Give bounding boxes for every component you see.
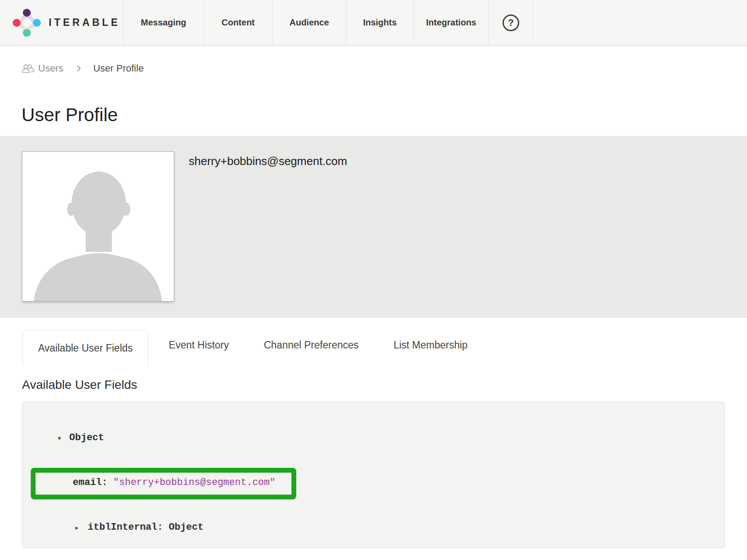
brand-logo[interactable]: ITERABLE xyxy=(0,0,123,45)
avatar-silhouette-icon xyxy=(22,152,174,301)
field-value: Object xyxy=(169,522,203,533)
nav-item-integrations[interactable]: Integrations xyxy=(413,0,488,45)
breadcrumb-current: User Profile xyxy=(93,63,144,74)
field-row-itblinternal: ▸itblInternal:Object xyxy=(22,505,725,548)
field-row-root: ▾Object xyxy=(22,416,725,460)
root-object-label: Object xyxy=(69,432,104,443)
tab-available-user-fields[interactable]: Available User Fields xyxy=(22,330,148,366)
chevron-right-icon xyxy=(75,65,81,72)
section-heading: Available User Fields xyxy=(22,378,137,392)
breadcrumb: Users User Profile xyxy=(21,60,144,77)
users-icon xyxy=(21,63,34,74)
top-navbar: ITERABLE Messaging Content Audience Insi… xyxy=(0,0,747,46)
tab-list-membership[interactable]: List Membership xyxy=(394,339,468,351)
collapse-triangle-icon[interactable]: ▾ xyxy=(58,431,69,445)
profile-email: sherry+bobbins@segment.com xyxy=(189,154,347,168)
breadcrumb-users-link[interactable]: Users xyxy=(38,63,63,74)
nav-item-messaging[interactable]: Messaging xyxy=(123,0,204,45)
brand-name: ITERABLE xyxy=(49,17,120,29)
profile-hero: sherry+bobbins@segment.com xyxy=(0,136,747,318)
field-key: itblInternal: xyxy=(88,522,163,533)
expand-triangle-icon[interactable]: ▸ xyxy=(75,520,88,535)
nav-item-audience[interactable]: Audience xyxy=(272,0,346,45)
tab-event-history[interactable]: Event History xyxy=(169,339,229,351)
annotation-rectangle xyxy=(31,468,296,499)
nav-item-insights[interactable]: Insights xyxy=(346,0,413,45)
avatar xyxy=(22,151,174,302)
nav-item-content[interactable]: Content xyxy=(204,0,272,45)
page-title: User Profile xyxy=(22,104,118,126)
help-button[interactable]: ? xyxy=(488,0,533,45)
help-icon: ? xyxy=(503,14,519,31)
iterable-logo-icon xyxy=(11,7,42,38)
tab-channel-preferences[interactable]: Channel Preferences xyxy=(264,339,359,351)
